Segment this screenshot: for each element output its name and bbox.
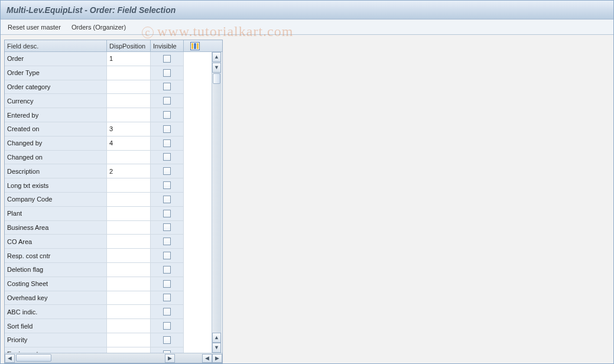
column-header-field-desc[interactable]: Field desc. <box>5 40 107 51</box>
scroll-right-end-button[interactable]: ▶ <box>212 354 222 363</box>
app-window: Multi-Lev.EquipList - Order: Field Selec… <box>0 0 614 364</box>
hscroll-thumb[interactable] <box>16 354 51 362</box>
table-row: Sort field <box>5 319 184 333</box>
disp-position-input[interactable] <box>107 207 151 220</box>
field-desc-cell: CO Area <box>5 235 107 248</box>
invisible-checkbox[interactable] <box>163 153 171 161</box>
disp-position-input[interactable] <box>107 305 151 318</box>
scroll-up-end-button[interactable]: ▲ <box>212 333 221 343</box>
disp-position-input[interactable] <box>107 347 151 353</box>
invisible-checkbox[interactable] <box>163 111 171 119</box>
invisible-cell <box>151 263 184 277</box>
reset-user-master-link[interactable]: Reset user master <box>8 24 61 31</box>
disp-position-input[interactable] <box>107 94 151 108</box>
disp-position-input[interactable] <box>107 66 151 80</box>
field-desc-cell: Currency <box>5 94 107 108</box>
field-desc-cell: ABC indic. <box>5 305 107 318</box>
horizontal-scrollbar[interactable]: ◀ ▶ ◀ ▶ <box>5 353 222 363</box>
disp-position-input[interactable]: 4 <box>107 136 151 150</box>
disp-position-input[interactable] <box>107 221 151 235</box>
content-area: Field desc. DispPosition Invisible Order… <box>1 35 613 363</box>
vertical-scrollbar[interactable]: ▲ ▼ ▲ ▼ <box>212 52 222 353</box>
disp-position-input[interactable] <box>107 151 151 164</box>
table-row: Priority <box>5 333 184 347</box>
invisible-checkbox[interactable] <box>163 83 171 90</box>
table-row: Order Type <box>5 66 184 80</box>
scroll-left-end-button[interactable]: ◀ <box>202 354 212 363</box>
table-row: Plant <box>5 207 184 221</box>
field-desc-cell: Created on <box>5 122 107 136</box>
table-row: Order1 <box>5 52 184 66</box>
disp-position-input[interactable] <box>107 263 151 277</box>
field-desc-cell: Resp. cost cntr <box>5 249 107 262</box>
invisible-checkbox[interactable] <box>163 55 171 63</box>
scroll-right-inner-button[interactable]: ▶ <box>165 354 175 363</box>
table-row: ABC indic. <box>5 305 184 319</box>
field-desc-cell: Description <box>5 164 107 178</box>
invisible-cell <box>151 305 184 318</box>
orders-organizer-link[interactable]: Orders (Organizer) <box>72 24 126 31</box>
invisible-checkbox[interactable] <box>163 69 171 77</box>
disp-position-input[interactable]: 3 <box>107 122 151 136</box>
table-row: Description2 <box>5 164 184 178</box>
disp-position-input[interactable] <box>107 319 151 333</box>
field-desc-cell: Order category <box>5 80 107 94</box>
invisible-cell <box>151 151 184 164</box>
invisible-checkbox[interactable] <box>163 308 171 316</box>
triangle-left-icon: ◀ <box>205 356 209 361</box>
disp-position-input[interactable] <box>107 108 151 122</box>
invisible-checkbox[interactable] <box>163 336 171 344</box>
invisible-checkbox[interactable] <box>163 252 171 259</box>
table-row: Costing Sheet <box>5 277 184 291</box>
triangle-left-icon: ◀ <box>8 356 12 361</box>
invisible-checkbox[interactable] <box>163 210 171 217</box>
field-desc-cell: Long txt exists <box>5 178 107 192</box>
disp-position-input[interactable] <box>107 193 151 206</box>
disp-position-input[interactable] <box>107 333 151 347</box>
invisible-checkbox[interactable] <box>163 97 171 105</box>
invisible-checkbox[interactable] <box>163 125 171 133</box>
invisible-checkbox[interactable] <box>163 294 171 301</box>
field-selection-table: Field desc. DispPosition Invisible Order… <box>4 40 223 363</box>
disp-position-input[interactable]: 1 <box>107 52 151 66</box>
table-body: Order1Order TypeOrder categoryCurrencyEn… <box>5 52 222 353</box>
scroll-down-button[interactable]: ▼ <box>212 343 221 353</box>
column-header-disp-position[interactable]: DispPosition <box>107 40 151 51</box>
disp-position-input[interactable] <box>107 249 151 262</box>
scroll-page-down-button[interactable]: ▼ <box>212 63 221 73</box>
invisible-cell <box>151 164 184 178</box>
invisible-checkbox[interactable] <box>163 223 171 231</box>
table-row: CO Area <box>5 235 184 249</box>
invisible-checkbox[interactable] <box>163 322 171 330</box>
column-header-invisible[interactable]: Invisible <box>151 40 184 51</box>
invisible-checkbox[interactable] <box>163 266 171 274</box>
table-row: Company Code <box>5 193 184 207</box>
invisible-cell <box>151 347 184 353</box>
invisible-cell <box>151 66 184 80</box>
scroll-left-button[interactable]: ◀ <box>5 354 15 363</box>
triangle-right-icon: ▶ <box>215 356 219 361</box>
invisible-checkbox[interactable] <box>163 196 171 203</box>
scroll-up-button[interactable]: ▲ <box>212 52 221 62</box>
invisible-checkbox[interactable] <box>163 280 171 288</box>
page-title: Multi-Lev.EquipList - Order: Field Selec… <box>7 5 176 15</box>
hscroll-track[interactable] <box>15 354 165 363</box>
invisible-checkbox[interactable] <box>163 167 171 175</box>
disp-position-input[interactable] <box>107 235 151 248</box>
disp-position-input[interactable] <box>107 277 151 291</box>
invisible-cell <box>151 94 184 108</box>
disp-position-input[interactable] <box>107 80 151 94</box>
disp-position-input[interactable]: 2 <box>107 164 151 178</box>
table-settings-icon[interactable] <box>190 42 200 50</box>
invisible-checkbox[interactable] <box>163 238 171 245</box>
invisible-checkbox[interactable] <box>163 181 171 189</box>
disp-position-input[interactable] <box>107 291 151 305</box>
scroll-thumb[interactable] <box>213 73 220 84</box>
invisible-cell <box>151 235 184 248</box>
table-row: Equipment <box>5 347 184 353</box>
invisible-cell <box>151 221 184 235</box>
invisible-cell <box>151 277 184 291</box>
disp-position-input[interactable] <box>107 178 151 192</box>
table-row: Changed by4 <box>5 136 184 151</box>
invisible-checkbox[interactable] <box>163 139 171 147</box>
